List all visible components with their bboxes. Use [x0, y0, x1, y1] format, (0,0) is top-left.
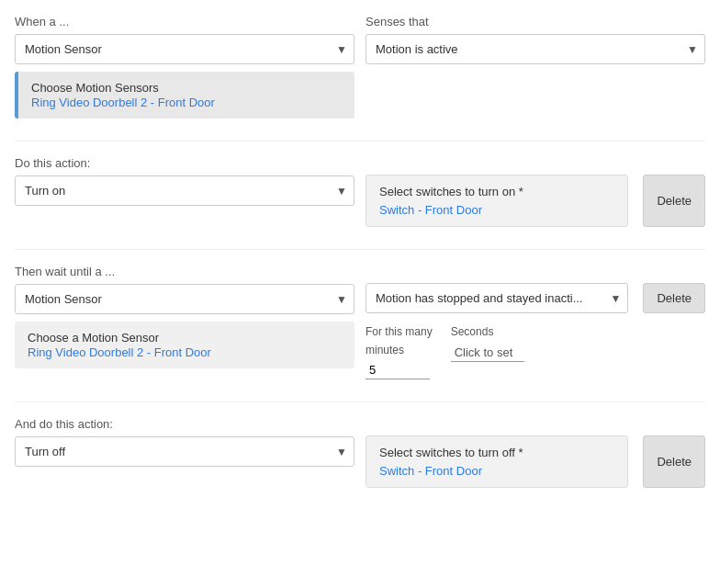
choose-sensors-link[interactable]: Ring Video Doorbell 2 - Front Door — [31, 96, 215, 109]
do-action-select-wrapper[interactable]: Turn on ▼ — [15, 175, 354, 206]
do-action-label: Do this action: — [15, 156, 354, 170]
choose-motion-sensor-box: Choose a Motion Sensor Ring Video Doorbe… — [15, 322, 354, 368]
timer-seconds-label: Seconds — [451, 325, 524, 340]
divider-2 — [15, 249, 705, 250]
delete-button-3[interactable]: Delete — [643, 435, 705, 488]
choose-sensors-title: Choose Motion Sensors — [31, 81, 342, 95]
senses-that-1-select[interactable]: Motion is active — [366, 34, 705, 64]
select-switches-on-box: Select switches to turn on * Switch - Fr… — [366, 175, 628, 227]
senses-that-1-label: Senses that — [366, 15, 705, 28]
then-wait-details-row: Choose a Motion Sensor Ring Video Doorbe… — [15, 322, 705, 379]
select-switches-off-link[interactable]: Switch - Front Door — [379, 464, 482, 478]
delete-button-2[interactable]: Delete — [643, 283, 705, 313]
and-action-label: And do this action: — [15, 417, 354, 431]
choose-sensors-box: Choose Motion Sensors Ring Video Doorbel… — [15, 72, 354, 119]
select-switches-on-title: Select switches to turn on * — [379, 185, 614, 198]
timer-section: For this many minutes Seconds Click to s… — [366, 322, 524, 379]
select-switches-off-title: Select switches to turn off * — [379, 446, 614, 459]
delete-button-1[interactable]: Delete — [643, 175, 705, 227]
divider-3 — [15, 401, 705, 402]
divider-1 — [15, 141, 705, 141]
senses-that-2-select-wrapper[interactable]: Motion has stopped and stayed inacti... … — [366, 283, 628, 313]
senses-that-1-select-wrapper[interactable]: Motion is active ▼ — [366, 34, 705, 64]
do-action-select[interactable]: Turn on — [15, 175, 354, 206]
timer-minutes-label-line2: minutes — [366, 344, 433, 358]
choose-motion-sensor-link[interactable]: Ring Video Doorbell 2 - Front Door — [28, 345, 211, 359]
select-switches-off-box: Select switches to turn off * Switch - F… — [366, 435, 628, 488]
choose-motion-sensor-title: Choose a Motion Sensor — [28, 331, 342, 345]
timer-seconds-click[interactable]: Click to set — [451, 344, 524, 362]
and-action-select-wrapper[interactable]: Turn off ▼ — [15, 436, 354, 467]
then-wait-label: Then wait until a ... — [15, 265, 354, 278]
when-a-block: When a ... Motion Sensor ▼ Senses that M… — [15, 15, 705, 119]
timer-minutes-col: For this many minutes — [366, 325, 433, 379]
senses-that-2-select[interactable]: Motion has stopped and stayed inacti... — [366, 283, 628, 313]
when-a-label: When a ... — [15, 15, 354, 28]
select-switches-on-link[interactable]: Switch - Front Door — [379, 203, 482, 217]
when-a-select[interactable]: Motion Sensor — [15, 34, 354, 64]
then-wait-select-wrapper[interactable]: Motion Sensor ▼ — [15, 284, 354, 314]
timer-seconds-col: Seconds Click to set — [451, 325, 524, 362]
then-wait-select[interactable]: Motion Sensor — [15, 284, 354, 314]
and-action-select[interactable]: Turn off — [15, 436, 354, 467]
timer-minutes-input[interactable] — [366, 361, 430, 379]
and-action-block: And do this action: Turn off ▼ Select sw… — [15, 417, 705, 488]
timer-minutes-label-line1: For this many — [366, 325, 433, 340]
do-action-block: Do this action: Turn on ▼ Select switche… — [15, 156, 705, 227]
then-wait-block: Then wait until a ... Motion Sensor ▼ Mo… — [15, 265, 705, 379]
when-a-select-wrapper[interactable]: Motion Sensor ▼ — [15, 34, 354, 64]
